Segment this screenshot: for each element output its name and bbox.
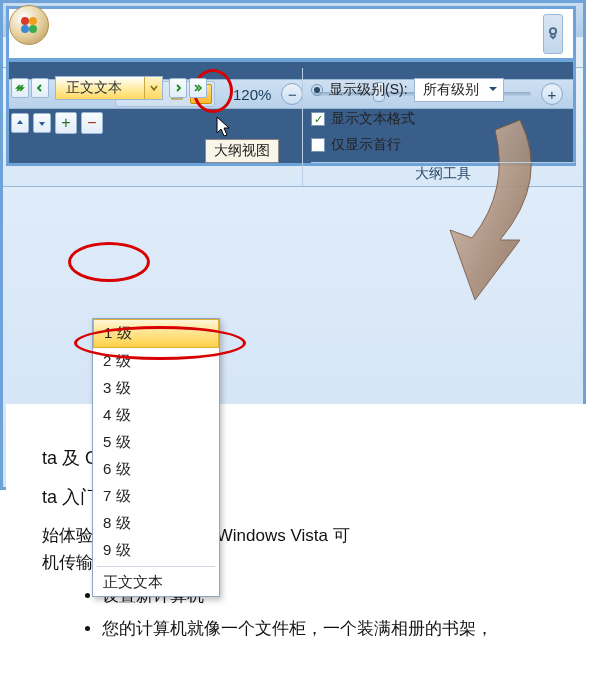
outline-level-selected: 正文文本 — [56, 79, 144, 97]
level-option-8[interactable]: 8 级 — [93, 510, 219, 537]
chevron-down-icon — [144, 77, 162, 99]
expand-button[interactable]: + — [55, 112, 77, 134]
level-option-9[interactable]: 9 级 — [93, 537, 219, 564]
svg-point-0 — [550, 28, 556, 34]
level-option-3[interactable]: 3 级 — [93, 375, 219, 402]
svg-point-10 — [29, 17, 37, 25]
ribbon-group-label: 大纲工具 — [311, 162, 575, 185]
show-first-line-checkbox[interactable] — [311, 138, 325, 152]
list-item: 您的计算机就像一个文件柜，一个装满相册的书架， — [102, 615, 578, 642]
show-level-icon — [311, 84, 323, 96]
office-button[interactable] — [9, 5, 49, 45]
show-text-format-label: 显示文本格式 — [331, 110, 415, 128]
level-option-body[interactable]: 正文文本 — [93, 569, 219, 596]
level-option-2[interactable]: 2 级 — [93, 348, 219, 375]
promote-button[interactable] — [31, 78, 49, 98]
show-first-line-label: 仅显示首行 — [331, 136, 401, 154]
move-down-button[interactable] — [33, 113, 51, 133]
level-option-7[interactable]: 7 级 — [93, 483, 219, 510]
level-option-5[interactable]: 5 级 — [93, 429, 219, 456]
show-text-format-checkbox[interactable]: ✓ — [311, 112, 325, 126]
outline-level-dropdown[interactable]: 正文文本 — [55, 76, 163, 100]
show-level-label: 显示级别(S): — [329, 81, 408, 99]
svg-point-9 — [21, 17, 29, 25]
collapse-button[interactable]: − — [81, 112, 103, 134]
svg-point-11 — [21, 25, 29, 33]
demote-to-body-button[interactable] — [189, 78, 207, 98]
level-option-6[interactable]: 6 级 — [93, 456, 219, 483]
move-up-button[interactable] — [11, 113, 29, 133]
scroll-down-button[interactable] — [543, 14, 563, 54]
demote-button[interactable] — [169, 78, 187, 98]
promote-to-top-button[interactable] — [11, 78, 29, 98]
show-level-dropdown[interactable]: 所有级别 — [414, 78, 504, 102]
svg-point-12 — [29, 25, 37, 33]
level-option-1[interactable]: 1 级 — [93, 319, 219, 348]
outline-level-list: 1 级 2 级 3 级 4 级 5 级 6 级 7 级 8 级 9 级 正文文本 — [92, 318, 220, 597]
level-option-4[interactable]: 4 级 — [93, 402, 219, 429]
separator — [97, 566, 215, 567]
